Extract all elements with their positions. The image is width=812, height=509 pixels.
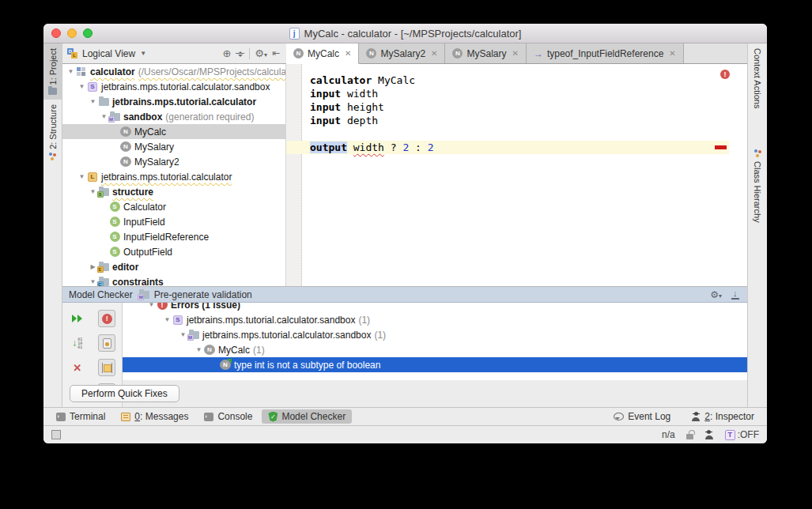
editor-aspect-icon: E bbox=[98, 262, 109, 272]
view-selector[interactable]: Logical View bbox=[82, 48, 135, 59]
code-line[interactable] bbox=[286, 127, 747, 141]
code-area[interactable]: calculator MyCalcinput widthinput height… bbox=[286, 74, 747, 154]
close-window-button[interactable] bbox=[51, 28, 61, 38]
rerun-checks-icon[interactable] bbox=[69, 310, 86, 327]
filter-warnings-icon[interactable] bbox=[98, 334, 115, 352]
filter-errors-icon[interactable]: ! bbox=[98, 310, 115, 327]
filter-info-icon[interactable] bbox=[98, 359, 115, 376]
expand-arrow-icon[interactable]: ▼ bbox=[146, 303, 157, 308]
pre-generate-validation-tab[interactable]: M Pre-generate validation bbox=[139, 289, 252, 300]
expand-arrow-icon[interactable]: ▼ bbox=[88, 98, 98, 105]
concept-icon: S bbox=[109, 202, 120, 212]
code-line[interactable]: input width bbox=[286, 87, 747, 100]
solution-module-icon: S bbox=[172, 315, 183, 325]
error-stripe-mark[interactable] bbox=[715, 145, 727, 149]
toolwindow-button-terminal[interactable]: Terminal bbox=[50, 409, 111, 424]
toolwindow-button--messages[interactable]: 0: Messages bbox=[115, 409, 195, 424]
editor-tab-mycalc[interactable]: NMyCalc✕ bbox=[286, 43, 359, 64]
position-readout: n/a bbox=[662, 429, 675, 440]
tree-row[interactable]: NMyCalc bbox=[62, 124, 285, 139]
editor-tab-typeof_inputfieldreference[interactable]: →typeof_InputFieldReference✕ bbox=[527, 43, 684, 63]
project-toolwindow-icon bbox=[48, 88, 57, 95]
code-token: depth bbox=[341, 115, 378, 126]
code-token: input bbox=[310, 88, 341, 100]
settings-gear-icon[interactable]: ⚙▾ bbox=[255, 48, 267, 58]
hector-inspections-icon[interactable] bbox=[704, 430, 714, 439]
expand-arrow-icon[interactable]: ▼ bbox=[162, 316, 172, 323]
error-indicator-icon[interactable]: ! bbox=[720, 70, 730, 79]
stripe-button-class-hierarchy[interactable]: Class Hierarchy bbox=[748, 145, 767, 228]
zoom-window-button[interactable] bbox=[83, 28, 93, 38]
settings-gear-icon[interactable]: ⚙▾ bbox=[710, 289, 722, 300]
tree-row[interactable]: ▼calculator(/Users/Oscar/MPSProjects/cal… bbox=[62, 64, 285, 79]
shield-check-icon: ✓ bbox=[268, 412, 278, 422]
close-icon[interactable]: ✕ bbox=[512, 49, 519, 58]
close-icon[interactable]: ✕ bbox=[345, 49, 351, 58]
code-token: height bbox=[341, 101, 384, 113]
tree-row[interactable]: ▼Cconstraints bbox=[62, 274, 285, 286]
project-pane-toolbar: Logical View ▼ ⊕ ⚙▾ bbox=[62, 43, 286, 64]
tab-label: MySalary2 bbox=[380, 48, 425, 59]
code-line[interactable]: input height bbox=[286, 100, 747, 114]
close-icon[interactable]: ✕ bbox=[69, 359, 86, 376]
tree-row[interactable]: SCalculator bbox=[62, 199, 285, 214]
tree-row[interactable]: ▼Mjetbrains.mps.tutorial.calculator.sand… bbox=[123, 327, 747, 342]
close-icon[interactable]: ✕ bbox=[431, 49, 437, 58]
tree-item-label: sandbox bbox=[123, 111, 162, 123]
tree-row[interactable]: ▼Ljetbrains.mps.tutorial.calculator bbox=[62, 169, 285, 184]
tree-row[interactable]: ▼Sjetbrains.mps.tutorial.calculator.sand… bbox=[123, 312, 747, 327]
tree-item-label: MyCalc bbox=[218, 345, 250, 356]
editor[interactable]: calculator MyCalcinput widthinput height… bbox=[286, 64, 747, 286]
code-line[interactable]: calculator MyCalc bbox=[286, 74, 747, 87]
expand-arrow-icon[interactable]: ▼ bbox=[194, 346, 204, 353]
tree-row[interactable]: ▼!Errors (1 issue) bbox=[123, 303, 747, 312]
node-icon: N bbox=[120, 141, 131, 152]
minimize-icon[interactable] bbox=[731, 290, 741, 300]
tree-row[interactable]: ▼Sstructure bbox=[62, 184, 285, 199]
tree-row[interactable]: Ntype int is not a subtype of boolean bbox=[123, 357, 747, 372]
typesystem-toggle[interactable]: T :OFF bbox=[725, 429, 759, 440]
title-bar[interactable]: j MyCalc - calculator - [~/MPSProjects/c… bbox=[43, 24, 767, 43]
sort-by-severity-icon[interactable]: ↓011001 bbox=[69, 334, 86, 352]
toolwindow-toggle-icon[interactable] bbox=[51, 430, 61, 439]
toolwindow-button-event-log[interactable]: Event Log bbox=[607, 409, 677, 424]
tree-row[interactable]: SInputFieldReference bbox=[62, 229, 285, 244]
tree-item-label: jetbrains.mps.tutorial.calculator bbox=[112, 96, 256, 107]
hide-panel-icon[interactable] bbox=[272, 49, 281, 58]
tree-row[interactable]: ▼Sjetbrains.mps.tutorial.calculator.sand… bbox=[62, 79, 285, 94]
perform-quick-fixes-button[interactable]: Perform Quick Fixes bbox=[70, 385, 179, 402]
expand-arrow-icon[interactable]: ▼ bbox=[66, 68, 76, 75]
tree-row[interactable]: ▼Msandbox(generation required) bbox=[62, 109, 285, 124]
tree-item-label: InputField bbox=[123, 217, 165, 228]
issue-count: (1) bbox=[374, 330, 386, 341]
tree-row[interactable]: NMySalary bbox=[62, 139, 285, 154]
tree-row[interactable]: SInputField bbox=[62, 214, 285, 229]
minimize-window-button[interactable] bbox=[67, 28, 77, 38]
stripe-button-1-project[interactable]: 1: Project bbox=[43, 43, 62, 100]
code-line[interactable]: output width ? 2 : 2 bbox=[286, 141, 729, 154]
expand-arrow-icon[interactable]: ▼ bbox=[77, 83, 87, 90]
toolwindow-button-label: 2: Inspector bbox=[704, 411, 754, 422]
tree-row[interactable]: NMySalary2 bbox=[62, 154, 285, 169]
tree-row[interactable]: SOutputField bbox=[62, 244, 285, 259]
editor-tab-mysalary[interactable]: NMySalary✕ bbox=[445, 43, 526, 63]
close-icon[interactable]: ✕ bbox=[669, 49, 675, 58]
toolwindow-button-model-checker[interactable]: ✓Model Checker bbox=[262, 409, 352, 424]
code-line[interactable]: input depth bbox=[286, 114, 747, 127]
unlock-icon[interactable] bbox=[686, 434, 693, 439]
collapse-all-icon[interactable] bbox=[236, 49, 244, 58]
tree-row[interactable]: ▼NMyCalc(1) bbox=[123, 342, 747, 357]
tree-row[interactable]: ▶Eeditor bbox=[62, 259, 285, 274]
locate-icon[interactable]: ⊕ bbox=[222, 48, 231, 58]
tree-item-label: type int is not a subtype of boolean bbox=[234, 360, 380, 371]
stripe-button-2-structure[interactable]: 2: Structure bbox=[43, 100, 62, 166]
node-icon: N bbox=[120, 156, 131, 167]
toolwindow-button--inspector[interactable]: 2: Inspector bbox=[685, 409, 761, 424]
expand-arrow-icon[interactable]: ▼ bbox=[77, 173, 87, 180]
stripe-button-context-actions[interactable]: Context Actions bbox=[748, 43, 767, 113]
tree-row[interactable]: ▼jetbrains.mps.tutorial.calculator bbox=[62, 94, 285, 109]
toolwindow-button-console[interactable]: Console bbox=[198, 409, 259, 424]
toolwindow-button-label: 0: Messages bbox=[134, 411, 188, 422]
concept-icon: S bbox=[109, 232, 120, 242]
editor-tab-mysalary2[interactable]: NMySalary2✕ bbox=[359, 43, 445, 63]
